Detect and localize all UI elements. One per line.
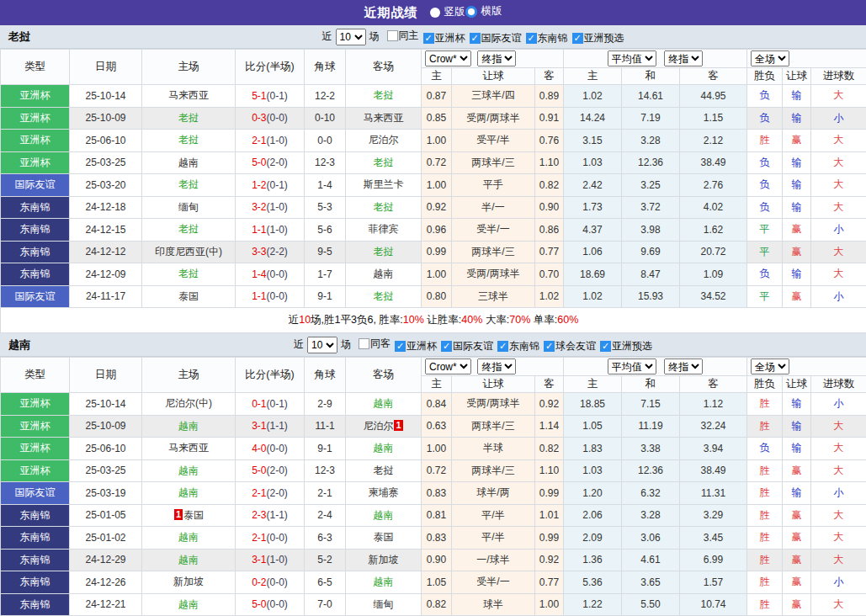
match-date: 25-10-09 <box>70 415 142 438</box>
checkbox-icon[interactable]: ✓ <box>423 33 434 44</box>
filter-option[interactable]: ✓亚洲杯 <box>423 31 465 45</box>
avg-draw-odds: 8.47 <box>622 263 680 286</box>
home-team: 老挝 <box>142 130 236 152</box>
checkbox-icon[interactable]: ✓ <box>470 33 481 44</box>
view-option[interactable]: 横版 <box>465 4 502 19</box>
crow-final-odds-select[interactable]: 终指 <box>477 50 516 66</box>
checkbox-icon[interactable]: ✓ <box>497 341 508 352</box>
vietnam-rows: 亚洲杯25-10-14尼泊尔(中)0-1(0-1)2-9越南0.84受两/两球半… <box>1 393 866 616</box>
checkbox-icon[interactable]: ✓ <box>544 341 555 352</box>
checkbox-icon[interactable]: ✓ <box>526 33 537 44</box>
crow-away-odds: 1.14 <box>535 415 564 438</box>
avg-final-odds-select[interactable]: 终指 <box>664 50 703 66</box>
filter-option[interactable]: ✓亚洲预选 <box>600 339 652 353</box>
home-team: 越南 <box>142 415 236 438</box>
team-name-text: 尼泊尔(中) <box>165 397 212 409</box>
filter-option[interactable]: ✓国际友谊 <box>441 339 493 353</box>
result-handicap: 赢 <box>783 130 811 152</box>
checkbox-icon[interactable]: ✓ <box>600 341 611 352</box>
competition-badge: 东南锦 <box>1 196 70 219</box>
odds-company-select[interactable]: Crow* <box>425 358 471 374</box>
crow-away-odds: 0.77 <box>535 571 564 594</box>
filter-option[interactable]: ✓东南锦 <box>497 339 539 353</box>
competition-badge: 亚洲杯 <box>1 459 70 482</box>
match-row: 亚洲杯25-03-25越南5-0(2-0)12-3老挝0.72两球半/三1.10… <box>1 459 866 482</box>
team-name-text: 越南 <box>178 420 199 432</box>
filter-option[interactable]: ✓国际友谊 <box>470 31 522 45</box>
team-name-text: 老挝 <box>374 201 394 213</box>
summary-value: 10% <box>403 314 424 326</box>
checkbox-icon[interactable]: ✓ <box>572 33 583 44</box>
halftime-score: (2-0) <box>267 465 288 476</box>
checkbox-icon[interactable]: ✓ <box>441 341 452 352</box>
avg-final-odds-select[interactable]: 终指 <box>664 358 703 374</box>
recent-count-select[interactable]: 10 <box>307 337 337 353</box>
halftime-score: (2-0) <box>267 157 288 168</box>
col-crow-home: 主 <box>422 68 452 85</box>
col-avg-home: 主 <box>564 376 622 393</box>
filter-option-label: 球会友谊 <box>555 339 596 353</box>
match-date: 24-12-26 <box>70 571 142 594</box>
crow-final-odds-select[interactable]: 终指 <box>477 358 516 374</box>
away-team: 老挝 <box>346 151 422 174</box>
odds-company-select[interactable]: Crow* <box>425 50 471 66</box>
result-handicap: 赢 <box>783 504 811 527</box>
team-name-text: 越南 <box>178 531 199 543</box>
avg-home-odds: 1.20 <box>564 482 622 505</box>
col-crow-home: 主 <box>422 376 452 393</box>
halftime-score: (0-0) <box>267 443 288 454</box>
filter-option[interactable]: ✓东南锦 <box>526 31 568 45</box>
checkbox-icon[interactable]: ✓ <box>395 341 406 352</box>
laos-filter-checkboxes: 同主✓亚洲杯✓国际友谊✓东南锦✓亚洲预选 <box>383 29 624 45</box>
team-name-text: 泰国 <box>374 531 394 543</box>
score-cell: 3-1(1-0) <box>236 549 305 571</box>
filter-option[interactable]: ✓亚洲杯 <box>395 339 437 353</box>
result-wdl: 胜 <box>747 482 783 505</box>
view-option[interactable]: 竖版 <box>430 5 465 19</box>
home-team: 泰国 <box>142 285 236 308</box>
team-name-text: 柬埔寨 <box>369 486 399 498</box>
away-team: 菲律宾 <box>346 219 422 242</box>
match-date: 24-12-29 <box>70 549 142 571</box>
filter-option[interactable]: ✓球会友谊 <box>544 339 596 353</box>
home-team: 越南 <box>142 459 236 482</box>
away-team: 越南 <box>346 438 422 460</box>
handicap-line: 受半/一 <box>452 219 535 242</box>
match-date: 24-12-18 <box>70 196 142 219</box>
col-result-goals: 进球数 <box>811 68 866 85</box>
competition-badge: 亚洲杯 <box>1 438 70 460</box>
result-handicap: 输 <box>783 263 811 286</box>
summary-value: 10 <box>299 314 311 326</box>
col-crow-away: 客 <box>535 376 564 393</box>
avg-odds-select[interactable]: 平均值 <box>608 50 656 66</box>
result-wdl: 胜 <box>747 459 783 482</box>
col-date: 日期 <box>70 50 142 85</box>
radio-icon[interactable] <box>430 8 440 18</box>
filter-option[interactable]: 同主 <box>387 29 419 43</box>
crow-home-odds: 1.00 <box>422 263 452 286</box>
recent-count-select[interactable]: 10 <box>336 29 366 45</box>
match-scope-select[interactable]: 全场 <box>751 358 789 374</box>
checkbox-icon[interactable] <box>387 30 398 41</box>
filter-option[interactable]: ✓亚洲预选 <box>572 31 624 45</box>
match-date: 25-06-10 <box>70 130 142 152</box>
avg-away-odds: 1.12 <box>680 393 747 416</box>
match-scope-select[interactable]: 全场 <box>751 50 789 66</box>
team-name-text: 越南 <box>178 486 199 498</box>
col-avg-draw: 和 <box>622 376 680 393</box>
match-row: 东南锦24-12-18缅甸3-2(1-0)5-3老挝0.92半/一0.901.7… <box>1 196 866 219</box>
score-cell: 5-1(0-1) <box>236 85 305 108</box>
avg-odds-select[interactable]: 平均值 <box>608 358 656 374</box>
col-type: 类型 <box>1 358 70 393</box>
crow-away-odds: 0.92 <box>535 549 564 571</box>
filter-option[interactable]: 同客 <box>359 337 390 351</box>
result-wdl: 负 <box>747 263 783 286</box>
radio-icon[interactable] <box>465 6 477 18</box>
match-row: 国际友谊25-03-20老挝1-2(0-1)1-4斯里兰卡1.00平手0.822… <box>1 174 866 197</box>
fulltime-score: 1-1 <box>252 224 266 236</box>
fulltime-score: 3-1 <box>252 420 266 432</box>
match-row: 亚洲杯25-10-14马来西亚5-1(0-1)12-2老挝0.87三球半/四0.… <box>1 85 866 108</box>
avg-home-odds: 1.22 <box>564 593 622 616</box>
match-date: 25-01-02 <box>70 527 142 550</box>
checkbox-icon[interactable] <box>359 338 369 349</box>
